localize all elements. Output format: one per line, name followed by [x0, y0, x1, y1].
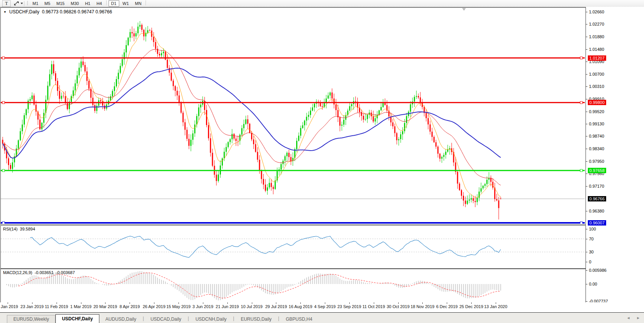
- candle-body: [53, 64, 54, 73]
- candle-body: [271, 183, 272, 187]
- support-line-blue-anchor[interactable]: [580, 222, 582, 224]
- candle-body: [135, 33, 136, 36]
- timeframe-button-m1[interactable]: M1: [30, 0, 41, 6]
- candle-body: [373, 116, 374, 122]
- chart-tab-audusd-daily[interactable]: AUDUSD,Daily: [99, 315, 143, 323]
- text-tool-button[interactable]: T: [2, 0, 11, 7]
- resistance-line-1-anchor[interactable]: [2, 57, 5, 59]
- price-chart-pane[interactable]: [0, 7, 586, 225]
- candle-body: [18, 140, 19, 149]
- candle-body: [251, 133, 252, 139]
- tab-scroll-controls: ◄ ►: [626, 316, 640, 320]
- rsi-name: RSI(14): [3, 227, 18, 231]
- candle-body: [81, 62, 82, 68]
- candle-body: [122, 59, 123, 66]
- candle-body: [457, 172, 458, 184]
- date-tick: [203, 302, 203, 304]
- candle-body: [288, 153, 289, 157]
- candle-body: [120, 66, 121, 73]
- candle-body: [178, 96, 180, 102]
- candle-body: [28, 101, 29, 109]
- candle-body: [140, 25, 141, 27]
- resistance-line-2-anchor[interactable]: [2, 101, 5, 104]
- resistance-line-1[interactable]: [1, 57, 585, 58]
- candle-body: [471, 198, 472, 200]
- candle-body: [225, 147, 227, 152]
- timeframe-button-d1[interactable]: D1: [109, 0, 119, 6]
- chart-tab-gbpusd-h4[interactable]: GBPUSD,H4: [280, 315, 318, 323]
- candle-body: [430, 125, 431, 132]
- rsi-indicator-pane[interactable]: [0, 225, 586, 269]
- candle-body: [463, 196, 464, 201]
- price-axis-label: 1.02270: [589, 22, 604, 26]
- candle-body: [84, 65, 86, 71]
- support-line-green-anchor[interactable]: [2, 169, 5, 172]
- current-price-badge: 0.96766: [588, 196, 606, 201]
- toolbar-grip[interactable]: [27, 1, 28, 6]
- chart-tab-usdchf-daily[interactable]: USDCHF,Daily: [55, 314, 99, 323]
- timeframe-button-m30[interactable]: M30: [68, 0, 81, 6]
- timeframe-button-m15[interactable]: M15: [54, 0, 67, 6]
- candle-body: [110, 96, 111, 101]
- scroll-tabs-left-icon[interactable]: ◄: [626, 316, 630, 320]
- resistance-line-1-anchor[interactable]: [580, 57, 582, 59]
- chart-tab-usdcnh-daily[interactable]: USDCNH,Daily: [189, 315, 232, 323]
- axis-tick: [586, 124, 587, 124]
- support-line-blue[interactable]: [1, 222, 585, 224]
- candle-body: [441, 157, 443, 159]
- price-axis-label: 1.00700: [589, 72, 604, 76]
- arrow-objects-button[interactable]: [14, 1, 23, 6]
- axis-tick: [586, 99, 587, 99]
- candle-body: [312, 107, 313, 110]
- candle-body: [192, 133, 193, 140]
- chart-tab-eurusd-daily[interactable]: EURUSD,Daily: [235, 315, 278, 323]
- price-chart-canvas[interactable]: [1, 8, 585, 224]
- timeframe-button-w1[interactable]: W1: [120, 0, 132, 6]
- candle-body: [281, 164, 282, 169]
- support-line-green-anchor[interactable]: [580, 169, 582, 172]
- price-axis[interactable]: 1.026601.022701.018801.014801.010901.007…: [586, 7, 644, 312]
- candle-body: [34, 96, 35, 105]
- resistance-line-2-anchor[interactable]: [580, 101, 582, 104]
- macd-indicator-pane[interactable]: [0, 269, 586, 303]
- rsi-line: [30, 236, 501, 258]
- chart-tab-eurusd-weekly[interactable]: EURUSD,Weekly: [7, 315, 55, 323]
- support-line-green[interactable]: [1, 170, 585, 171]
- scroll-tabs-right-icon[interactable]: ►: [636, 316, 640, 320]
- candle-body: [147, 30, 148, 33]
- macd-canvas[interactable]: [1, 269, 585, 302]
- candle-body: [355, 101, 356, 102]
- chart-title: ▼ USDCHF,Daily 0.96773 0.96826 0.96747 0…: [3, 9, 112, 15]
- candle-body: [328, 96, 329, 99]
- rsi-axis-label: 70: [589, 237, 594, 241]
- candle-body: [128, 38, 129, 45]
- chart-shift-marker[interactable]: [462, 8, 466, 11]
- chart-tab-usdcad-daily[interactable]: USDCAD,Daily: [144, 315, 188, 323]
- candle-body: [29, 99, 31, 101]
- date-tick: [178, 302, 179, 304]
- candle-body: [400, 134, 401, 139]
- toolbar-separator: [24, 1, 25, 6]
- candle-body: [416, 96, 417, 97]
- triangle-down-icon: ▼: [3, 10, 6, 14]
- candle-body: [349, 106, 350, 110]
- timeframe-button-mn[interactable]: MN: [132, 0, 144, 6]
- candle-body: [130, 32, 131, 38]
- candle-body: [322, 106, 323, 107]
- candle-body: [269, 183, 270, 188]
- chevron-down-icon: [21, 3, 23, 4]
- time-axis[interactable]: 4 Jan 201923 Jan 201911 Feb 20191 Mar 20…: [0, 302, 644, 312]
- price-axis-label: 1.00310: [589, 84, 604, 89]
- timeframe-button-h1[interactable]: H1: [82, 0, 93, 6]
- support-line-blue-anchor[interactable]: [2, 222, 5, 224]
- timeframe-button-m5[interactable]: M5: [42, 0, 53, 6]
- timeframe-button-h4[interactable]: H4: [94, 0, 104, 6]
- date-tick: [252, 302, 252, 304]
- price-axis-label: 1.01480: [589, 47, 604, 52]
- resistance-line-2[interactable]: [1, 102, 585, 103]
- date-tick: [447, 302, 447, 304]
- candle-body: [137, 27, 138, 33]
- rsi-canvas[interactable]: [1, 226, 585, 268]
- candle-body: [47, 86, 48, 100]
- timeframe-group: M1M5M15M30H1H4D1W1MN: [29, 0, 148, 6]
